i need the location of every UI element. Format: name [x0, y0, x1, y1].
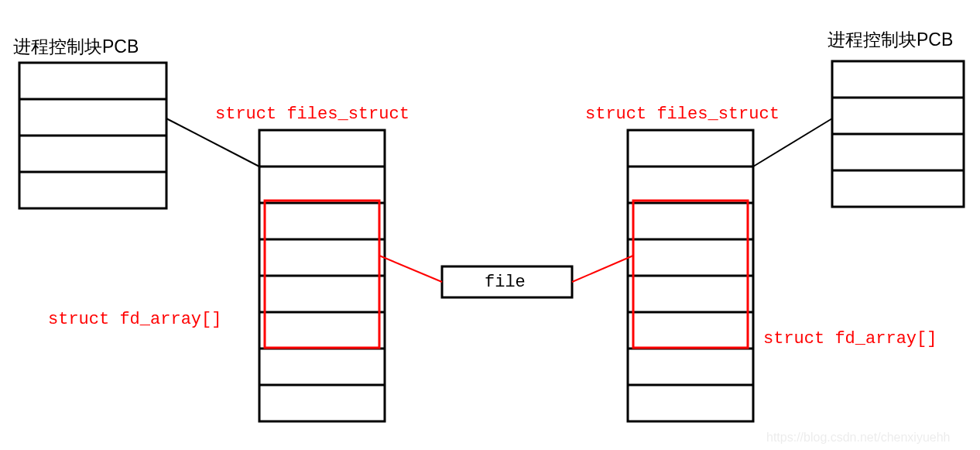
watermark: https://blog.csdn.net/chenxiyuehh — [766, 431, 951, 445]
pcb-left-label: 进程控制块PCB — [13, 35, 139, 59]
fd-array-left-highlight — [265, 201, 379, 348]
files-struct-left-label: struct files_struct — [215, 105, 409, 124]
files-struct-right-label: struct files_struct — [585, 105, 780, 124]
fd-array-right-highlight — [633, 201, 748, 348]
pcb-right-label: 进程控制块PCB — [828, 28, 953, 52]
file-label: file — [485, 273, 526, 292]
svg-rect-8 — [259, 130, 385, 421]
files-struct-right-box — [628, 130, 753, 421]
files-struct-left-box — [259, 130, 385, 421]
svg-rect-16 — [628, 130, 753, 421]
connector-file-left — [379, 256, 442, 282]
connector-file-right — [572, 256, 633, 282]
connector-pcb-left — [166, 119, 259, 167]
connector-pcb-right — [753, 119, 832, 167]
fd-array-left-label: struct fd_array[] — [48, 310, 221, 329]
svg-rect-4 — [832, 61, 964, 207]
svg-rect-0 — [19, 63, 166, 208]
fd-array-right-label: struct fd_array[] — [763, 329, 937, 349]
pcb-left-box — [19, 63, 166, 208]
pcb-right-box — [832, 61, 964, 207]
